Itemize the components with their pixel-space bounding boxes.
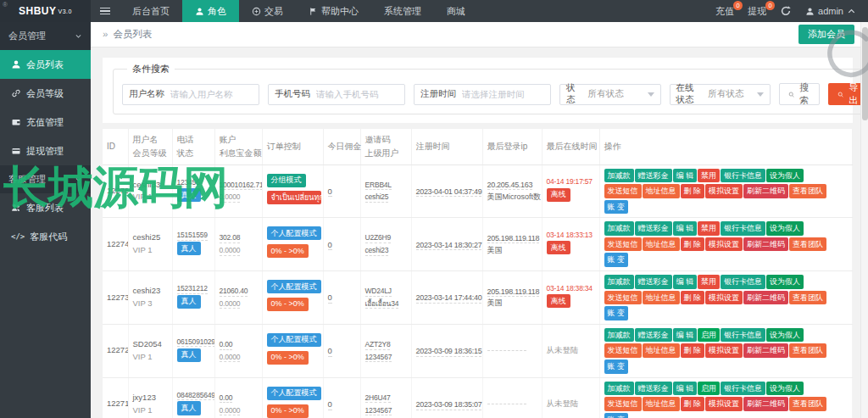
bank-card-info-button[interactable]: 银行卡信息 bbox=[721, 275, 765, 289]
gift-bonus-button[interactable]: 赠送彩金 bbox=[635, 328, 672, 343]
order-control-badge[interactable]: 分组模式 bbox=[267, 174, 306, 187]
simulation-settings-button[interactable]: 模拟设置 bbox=[705, 397, 743, 411]
edit-button[interactable]: 编 辑 bbox=[673, 169, 698, 183]
nav-item-help-center[interactable]: 帮助中心 bbox=[296, 0, 371, 22]
add-deduct-funds-button[interactable]: 加减款 bbox=[604, 382, 634, 396]
nav-item-roles[interactable]: 角色 bbox=[182, 0, 239, 22]
toggle-status-button[interactable]: 启用 bbox=[698, 382, 720, 396]
regtime-input[interactable] bbox=[462, 89, 550, 99]
bank-card-info-button[interactable]: 银行卡信息 bbox=[721, 328, 765, 343]
account-change-button[interactable]: 账 变 bbox=[604, 413, 629, 418]
withdraw-shortcut[interactable]: 提现 0 bbox=[748, 5, 766, 18]
send-sms-button[interactable]: 发送短信 bbox=[604, 184, 642, 198]
gift-bonus-button[interactable]: 赠送彩金 bbox=[635, 275, 672, 289]
address-info-button[interactable]: 地址信息 bbox=[643, 397, 680, 411]
gift-bonus-button[interactable]: 赠送彩金 bbox=[635, 169, 672, 183]
toggle-status-button[interactable]: 禁用 bbox=[698, 169, 720, 183]
send-sms-button[interactable]: 发送短信 bbox=[604, 237, 642, 252]
account-change-button[interactable]: 账 变 bbox=[604, 306, 629, 320]
order-control-badge[interactable]: 个人配置模式 bbox=[267, 280, 321, 293]
order-control-badge[interactable]: 0% - >0% bbox=[267, 351, 309, 365]
delete-button[interactable]: 删 除 bbox=[681, 291, 705, 305]
edit-button[interactable]: 编 辑 bbox=[673, 328, 698, 343]
account-change-button[interactable]: 账 变 bbox=[604, 253, 629, 267]
account-change-button[interactable]: 账 变 bbox=[604, 359, 629, 374]
order-control-badge[interactable]: 个人配置模式 bbox=[267, 333, 321, 347]
view-team-button[interactable]: 查看团队 bbox=[789, 237, 826, 252]
set-fake-user-button[interactable]: 设为假人 bbox=[766, 221, 804, 236]
nav-item-system[interactable]: 系统管理 bbox=[371, 0, 434, 22]
refresh-qrcode-button[interactable]: 刷新二维码 bbox=[743, 184, 788, 198]
view-team-button[interactable]: 查看团队 bbox=[789, 343, 826, 358]
simulation-settings-button[interactable]: 模拟设置 bbox=[705, 343, 743, 358]
recharge-shortcut[interactable]: 充值 0 bbox=[715, 5, 734, 18]
bank-card-info-button[interactable]: 银行卡信息 bbox=[721, 169, 765, 183]
user-menu[interactable]: admin bbox=[805, 6, 856, 16]
online-status-select[interactable]: 在线状态 所有状态 bbox=[670, 84, 771, 105]
gift-bonus-button[interactable]: 赠送彩金 bbox=[635, 382, 672, 396]
order-control-badge[interactable]: จำเป็นเปลี่ยนทุกๆครั้ง bbox=[267, 191, 321, 204]
scrollbar-thumb[interactable] bbox=[862, 27, 868, 120]
address-info-button[interactable]: 地址信息 bbox=[643, 343, 680, 358]
refresh-qrcode-button[interactable]: 刷新二维码 bbox=[743, 291, 788, 305]
set-fake-user-button[interactable]: 设为假人 bbox=[766, 328, 804, 343]
toggle-status-button[interactable]: 禁用 bbox=[698, 221, 720, 236]
delete-button[interactable]: 删 除 bbox=[681, 184, 705, 198]
send-sms-button[interactable]: 发送短信 bbox=[604, 397, 642, 411]
address-info-button[interactable]: 地址信息 bbox=[643, 291, 680, 305]
order-control-badge[interactable]: 0% - >0% bbox=[267, 404, 309, 418]
sidebar-group-member-management[interactable]: 会员管理 bbox=[0, 22, 91, 50]
sidebar-item-withdraw-management[interactable]: 提现管理 bbox=[0, 137, 91, 165]
nav-item-trade[interactable]: 交易 bbox=[239, 0, 296, 22]
bank-card-info-button[interactable]: 银行卡信息 bbox=[721, 382, 765, 396]
nav-item-dashboard[interactable]: 后台首页 bbox=[120, 0, 182, 22]
simulation-settings-button[interactable]: 模拟设置 bbox=[705, 291, 743, 305]
order-control-badge[interactable]: 个人配置模式 bbox=[267, 226, 321, 240]
address-info-button[interactable]: 地址信息 bbox=[643, 237, 680, 252]
order-control-badge[interactable]: 0% - >0% bbox=[267, 244, 309, 258]
add-deduct-funds-button[interactable]: 加减款 bbox=[604, 221, 634, 236]
account-change-button[interactable]: 账 变 bbox=[604, 200, 629, 215]
toggle-status-button[interactable]: 禁用 bbox=[698, 275, 720, 289]
toggle-status-button[interactable]: 启用 bbox=[698, 328, 720, 343]
add-deduct-funds-button[interactable]: 加减款 bbox=[604, 328, 634, 343]
send-sms-button[interactable]: 发送短信 bbox=[604, 291, 642, 305]
search-button[interactable]: 搜索 bbox=[779, 83, 820, 105]
set-fake-user-button[interactable]: 设为假人 bbox=[766, 275, 804, 289]
edit-button[interactable]: 编 辑 bbox=[673, 221, 698, 236]
view-team-button[interactable]: 查看团队 bbox=[789, 184, 826, 198]
add-member-button[interactable]: 添加会员 bbox=[798, 25, 854, 44]
refresh-qrcode-button[interactable]: 刷新二维码 bbox=[743, 397, 788, 411]
send-sms-button[interactable]: 发送短信 bbox=[604, 343, 642, 358]
sidebar-group-service-management[interactable]: 客服管理 bbox=[0, 165, 91, 193]
delete-button[interactable]: 删 除 bbox=[681, 237, 705, 252]
sidebar-item-service-code[interactable]: </> 客服代码 bbox=[0, 222, 91, 251]
sidebar-item-member-list[interactable]: 会员列表 bbox=[0, 50, 91, 79]
set-fake-user-button[interactable]: 设为假人 bbox=[766, 169, 804, 183]
gift-bonus-button[interactable]: 赠送彩金 bbox=[635, 221, 672, 236]
set-fake-user-button[interactable]: 设为假人 bbox=[766, 382, 804, 396]
add-deduct-funds-button[interactable]: 加减款 bbox=[604, 169, 634, 183]
view-team-button[interactable]: 查看团队 bbox=[789, 397, 826, 411]
sidebar-item-member-level[interactable]: 会员等级 bbox=[0, 79, 91, 108]
nav-item-mall[interactable]: 商城 bbox=[434, 0, 478, 22]
simulation-settings-button[interactable]: 模拟设置 bbox=[705, 237, 743, 252]
sidebar-item-recharge-management[interactable]: 充值管理 bbox=[0, 108, 91, 137]
delete-button[interactable]: 删 除 bbox=[681, 343, 705, 358]
order-control-badge[interactable]: 个人配置模式 bbox=[267, 387, 321, 400]
refresh-qrcode-button[interactable]: 刷新二维码 bbox=[743, 343, 788, 358]
address-info-button[interactable]: 地址信息 bbox=[643, 184, 680, 198]
refresh-qrcode-button[interactable]: 刷新二维码 bbox=[743, 237, 788, 252]
edit-button[interactable]: 编 辑 bbox=[673, 382, 698, 396]
edit-button[interactable]: 编 辑 bbox=[673, 275, 698, 289]
phone-input[interactable] bbox=[316, 89, 404, 99]
username-input[interactable] bbox=[170, 89, 259, 99]
sidebar-item-service-list[interactable]: 客服列表 bbox=[0, 193, 91, 222]
add-deduct-funds-button[interactable]: 加减款 bbox=[604, 275, 634, 289]
simulation-settings-button[interactable]: 模拟设置 bbox=[705, 184, 743, 198]
view-team-button[interactable]: 查看团队 bbox=[789, 291, 826, 305]
refresh-icon[interactable] bbox=[780, 5, 792, 17]
bank-card-info-button[interactable]: 银行卡信息 bbox=[721, 221, 765, 236]
status-select[interactable]: 状态 所有状态 bbox=[559, 84, 661, 105]
hamburger-icon[interactable] bbox=[91, 0, 120, 22]
